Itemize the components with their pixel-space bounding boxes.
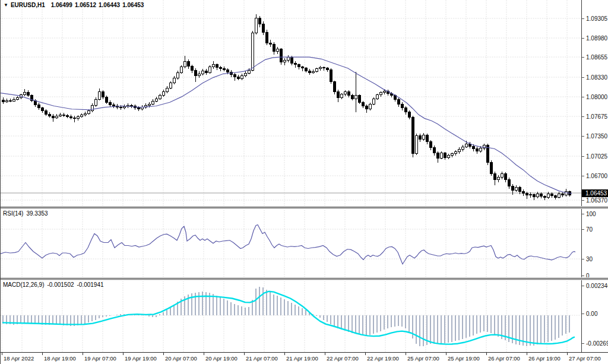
open-value: 1.06499	[51, 2, 72, 8]
candle-body	[333, 82, 335, 92]
candle-body	[66, 115, 68, 116]
time-axis-label: 21 Apr 19:00	[286, 355, 318, 362]
candle-body	[493, 173, 496, 179]
candle-body	[283, 60, 286, 62]
candle-body	[194, 70, 197, 75]
symbol-timeframe-label: EURUSD,H1	[11, 2, 45, 8]
candle-body	[162, 92, 164, 96]
rsi-axis-label: 100	[586, 211, 596, 217]
current-price-badge: 1.06453	[582, 189, 608, 197]
candle-body	[48, 114, 50, 116]
candle-body	[91, 105, 93, 110]
time-axis-label: 27 Apr 07:00	[569, 355, 601, 362]
candle-body	[347, 92, 350, 96]
candle-body	[80, 115, 83, 116]
candle-body	[561, 194, 563, 195]
candle-body	[273, 44, 275, 52]
panel-separator-macd[interactable]	[1, 277, 608, 280]
candle-body	[187, 61, 189, 66]
candle-body	[98, 92, 100, 100]
candle-body	[422, 135, 425, 140]
price-axis[interactable]: 1.093051.089801.086551.083301.080001.076…	[581, 0, 608, 352]
candle-body	[397, 99, 400, 104]
candle-body	[504, 173, 506, 179]
candle-body	[37, 105, 40, 107]
candle-body	[205, 71, 207, 72]
rsi-current-value: 39.3353	[26, 210, 48, 217]
candle-body	[301, 67, 303, 68]
candle-body	[508, 180, 510, 186]
close-value: 1.06453	[122, 2, 144, 8]
candle-body	[130, 105, 132, 106]
candle-body	[436, 153, 439, 158]
candle-body	[429, 142, 432, 147]
candle-body	[62, 115, 65, 115]
candle-body	[426, 135, 428, 142]
candle-body	[315, 69, 318, 71]
candle-body	[5, 100, 8, 102]
symbol-dropdown-icon[interactable]: ▼	[4, 2, 8, 8]
price-axis-label: 1.08330	[586, 74, 607, 81]
candle-body	[294, 64, 296, 65]
candle-body	[290, 57, 293, 63]
candle-body	[472, 146, 474, 148]
candle-body	[550, 194, 553, 196]
candle-body	[465, 144, 467, 147]
candle-body	[547, 194, 549, 198]
candle-body	[59, 115, 61, 116]
candle-body	[16, 98, 18, 99]
time-axis[interactable]: 18 Apr 202218 Apr 19:0019 Apr 07:0019 Ap…	[1, 352, 608, 364]
candle-body	[169, 83, 172, 88]
candle-body	[490, 162, 492, 173]
candle-body	[216, 65, 218, 68]
candle-body	[180, 67, 182, 72]
candle-body	[476, 148, 478, 151]
candle-body	[176, 72, 179, 78]
candle-body	[379, 93, 382, 95]
time-axis-label: 18 Apr 2022	[4, 355, 34, 362]
time-axis-label: 22 Apr 07:00	[327, 355, 359, 362]
low-value: 1.06443	[99, 2, 120, 8]
candle-body	[248, 70, 250, 73]
time-axis-label: 25 Apr 07:00	[407, 355, 439, 362]
candle-body	[23, 93, 26, 95]
candle-body	[525, 194, 528, 195]
panel-separator-rsi[interactable]	[1, 206, 608, 209]
candle-body	[433, 147, 435, 153]
candle-body	[330, 69, 332, 82]
macd-axis-label: 0.002346	[586, 283, 608, 289]
candle-body	[401, 104, 403, 107]
candle-body	[45, 111, 47, 114]
candle-body	[483, 145, 485, 148]
candle-body	[344, 92, 346, 94]
price-axis-label: 1.08000	[586, 94, 607, 100]
candle-body	[201, 71, 204, 74]
chart-canvas[interactable]	[1, 0, 608, 364]
candle-body	[337, 92, 339, 98]
candle-body	[9, 100, 11, 101]
candle-body	[41, 108, 43, 111]
candle-body	[340, 94, 343, 98]
candle-body	[369, 104, 371, 109]
time-axis-label: 19 Apr 19:00	[125, 355, 157, 362]
time-axis-label: 25 Apr 19:00	[448, 355, 480, 362]
candle-body	[305, 68, 307, 71]
time-axis-label: 19 Apr 07:00	[84, 355, 116, 362]
candle-body	[233, 74, 236, 77]
price-axis-label: 1.07025	[586, 153, 607, 160]
candle-body	[55, 116, 58, 118]
candle-body	[119, 107, 122, 108]
rsi-indicator-label: RSI(14)39.3353	[3, 210, 48, 217]
candle-body	[240, 75, 243, 78]
candle-body	[383, 91, 385, 93]
candle-body	[297, 65, 300, 67]
macd-signal-value: -0.001941	[77, 281, 104, 288]
time-axis-label: 26 Apr 07:00	[488, 355, 520, 362]
candle-body	[411, 117, 414, 154]
price-axis-label: 1.09305	[586, 15, 607, 22]
candle-body	[173, 78, 175, 83]
candle-body	[73, 118, 75, 118]
candle-body	[191, 67, 193, 70]
candle-body	[451, 154, 453, 156]
time-axis-label: 20 Apr 19:00	[205, 355, 238, 362]
